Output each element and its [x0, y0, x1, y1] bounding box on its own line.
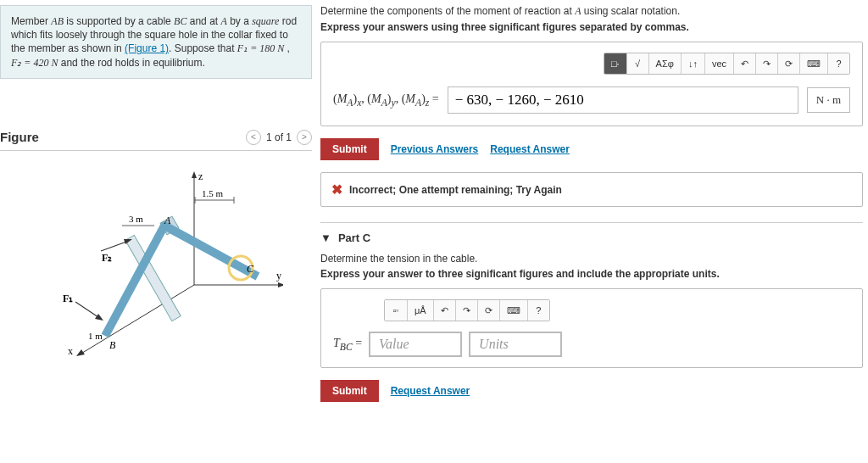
tool-units-button[interactable]: μÅ — [407, 300, 433, 321]
svg-marker-4 — [278, 282, 283, 287]
svg-text:1 m: 1 m — [88, 331, 103, 341]
tool-template-icon[interactable]: ▫▫ — [385, 300, 407, 321]
next-figure-button[interactable]: > — [297, 130, 312, 145]
tool-undo-icon[interactable]: ↶ — [433, 300, 455, 321]
text: and at — [186, 15, 220, 27]
tool-sqrt-icon[interactable]: √ — [626, 53, 648, 74]
tool-redo-icon[interactable]: ↷ — [755, 53, 777, 74]
tool-greek-button[interactable]: ΑΣφ — [648, 53, 681, 74]
svg-marker-7 — [76, 349, 85, 356]
text: is supported by a cable — [64, 15, 174, 27]
partb-feedback: ✖ Incorrect; One attempt remaining; Try … — [320, 172, 863, 207]
var-a: A — [220, 15, 226, 27]
tool-updown-icon[interactable]: ↓↑ — [681, 53, 704, 74]
svg-marker-23 — [95, 314, 103, 321]
figure-page-indicator: 1 of 1 — [266, 131, 292, 143]
incorrect-icon: ✖ — [331, 181, 342, 198]
partb-submit-button[interactable]: Submit — [320, 138, 379, 160]
svg-text:x: x — [68, 345, 73, 357]
f2-eq: F₂ = 420 N — [11, 57, 58, 69]
tool-template-icon[interactable]: □▫ — [604, 53, 626, 74]
partc-toolbar: ▫▫ μÅ ↶ ↷ ⟳ ⌨ ? — [384, 299, 550, 321]
figure-link[interactable]: (Figure 1) — [125, 42, 169, 54]
partc-header[interactable]: ▼ Part C — [320, 222, 863, 244]
partb-answer-panel: □▫ √ ΑΣφ ↓↑ vec ↶ ↷ ⟳ ⌨ ? (MA)x, (MA)y, … — [320, 42, 863, 126]
tool-reset-icon[interactable]: ⟳ — [477, 300, 499, 321]
tool-help-button[interactable]: ? — [527, 300, 549, 321]
figure-diagram: z y x A B C 1.5 m 3 m 1 m — [0, 158, 312, 361]
tool-redo-icon[interactable]: ↷ — [455, 300, 477, 321]
tool-help-button[interactable]: ? — [827, 53, 849, 74]
feedback-text: Incorrect; One attempt remaining; Try Ag… — [349, 184, 562, 196]
var-square: square — [252, 15, 279, 27]
equation-toolbar: □▫ √ ΑΣφ ↓↑ vec ↶ ↷ ⟳ ⌨ ? — [604, 53, 850, 75]
figure-pager: < 1 of 1 > — [246, 130, 312, 145]
svg-line-25 — [101, 241, 129, 251]
svg-text:F₁: F₁ — [63, 293, 73, 304]
svg-text:y: y — [276, 270, 281, 282]
text: Member — [11, 15, 51, 27]
var-bc: BC — [174, 15, 186, 27]
tension-label: TBC = — [333, 337, 362, 353]
svg-text:A: A — [164, 215, 171, 226]
collapse-icon: ▼ — [320, 232, 331, 244]
moment-answer-input[interactable] — [448, 86, 798, 114]
partb-instruction-bold: Express your answers using three signifi… — [320, 21, 863, 33]
text: , — [284, 42, 290, 54]
svg-marker-1 — [192, 171, 197, 178]
svg-line-6 — [80, 285, 194, 354]
partc-submit-button[interactable]: Submit — [320, 380, 379, 402]
previous-answers-link[interactable]: Previous Answers — [391, 143, 479, 155]
moment-unit: N · m — [807, 87, 850, 113]
svg-text:1.5 m: 1.5 m — [202, 188, 224, 198]
partc-instruction: Determine the tension in the cable. — [320, 253, 863, 265]
partc-title: Part C — [338, 232, 370, 244]
text: and the rod holds in equilibrium. — [58, 57, 204, 69]
tool-undo-icon[interactable]: ↶ — [733, 53, 755, 74]
prev-figure-button[interactable]: < — [246, 130, 261, 145]
tool-reset-icon[interactable]: ⟳ — [777, 53, 799, 74]
svg-text:z: z — [198, 170, 203, 182]
partb-request-answer-link[interactable]: Request Answer — [490, 143, 570, 155]
problem-statement: Member AB is supported by a cable BC and… — [0, 5, 312, 79]
tension-units-input[interactable]: Units — [469, 332, 562, 357]
tool-vec-button[interactable]: vec — [704, 53, 733, 74]
text: by a — [227, 15, 252, 27]
var-ab: AB — [51, 15, 64, 27]
f1-eq: F₁ = 180 N — [237, 42, 284, 54]
svg-text:B: B — [109, 339, 116, 351]
partb-instruction: Determine the components of the moment o… — [320, 5, 863, 18]
tension-value-input[interactable]: Value — [369, 332, 462, 357]
tool-keyboard-icon[interactable]: ⌨ — [499, 300, 527, 321]
svg-text:3 m: 3 m — [129, 214, 143, 224]
tool-keyboard-icon[interactable]: ⌨ — [799, 53, 827, 74]
partc-request-answer-link[interactable]: Request Answer — [391, 385, 470, 397]
text: . Suppose that — [169, 42, 237, 54]
moment-labels: (MA)x, (MA)y, (MA)z = — [333, 92, 439, 109]
figure-title: Figure — [0, 130, 39, 144]
svg-text:F₂: F₂ — [102, 252, 112, 264]
partc-instruction-bold: Express your answer to three significant… — [320, 268, 863, 280]
svg-text:C: C — [247, 263, 254, 275]
partc-answer-panel: ▫▫ μÅ ↶ ↷ ⟳ ⌨ ? TBC = Value Units — [320, 288, 863, 368]
